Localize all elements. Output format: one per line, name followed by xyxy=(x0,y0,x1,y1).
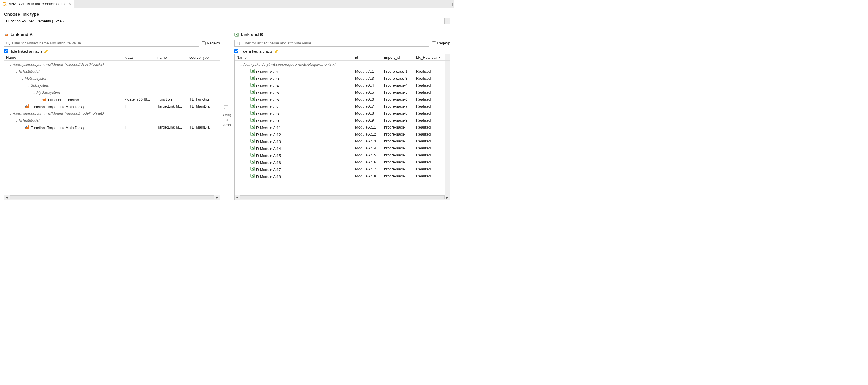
hide-linked-checkbox[interactable] xyxy=(235,49,239,53)
excel-icon xyxy=(250,90,255,94)
maximize-icon[interactable] xyxy=(449,2,453,6)
tree-row[interactable]: ⌄/com.yakindu.yt.mt.mv/Modell_Yakindu/mo… xyxy=(4,109,220,117)
window-controls xyxy=(444,2,454,6)
tree-row[interactable]: R Module A:9Module A:9hrcore-sads-9Reali… xyxy=(235,117,444,124)
tree-row[interactable]: ⌄/com.yakindu.yt.mt.spec/requirements/Re… xyxy=(235,61,444,68)
scroll-right-icon[interactable]: ► xyxy=(444,196,450,199)
pane-b-regexp-check[interactable]: Regexp xyxy=(432,41,450,45)
pane-a: Link end A Regexp Hide linked artifacts xyxy=(4,32,220,200)
tree-row[interactable]: R Module A:15Module A:15hrcore-sads-...R… xyxy=(235,152,444,158)
drag-label-1: Drag xyxy=(223,113,231,117)
pane-b-tree: Name id import_id LK_Realisati▲ ⌄/com.ya… xyxy=(235,54,450,200)
hide-linked-checkbox[interactable] xyxy=(4,49,8,53)
pane-b-header: Link end B xyxy=(235,32,450,37)
drag-drop-area[interactable]: Drag & drop xyxy=(220,32,235,200)
tree-row[interactable]: R Module A:4Module A:4hrcore-sads-4Reali… xyxy=(235,82,444,89)
excel-icon xyxy=(250,173,255,178)
tree-row[interactable]: ⌄MySubsystem xyxy=(4,89,220,96)
pane-b-hide-check[interactable]: Hide linked artifacts xyxy=(235,49,273,54)
tree-row[interactable]: Function_Function{'date',73048...Functio… xyxy=(4,96,220,103)
pane-b-hscroll[interactable]: ◄ ► xyxy=(235,195,450,200)
tree-row[interactable]: R Module A:5Module A:5hrcore-sads-5Reali… xyxy=(235,89,444,96)
expand-icon[interactable]: ⌄ xyxy=(26,84,31,88)
col-name[interactable]: Name xyxy=(235,54,353,61)
pencil-icon[interactable] xyxy=(44,49,49,54)
tree-label: R Module A:11 xyxy=(256,126,281,130)
tree-row[interactable]: R Module A:12Module A:12hrcore-sads-...R… xyxy=(235,131,444,137)
editor-tab[interactable]: ANALYZE Bulk link creation editor ✕ xyxy=(0,0,74,8)
minimize-icon[interactable] xyxy=(444,2,448,6)
chevron-down-icon[interactable]: ⌄ xyxy=(444,18,450,25)
scroll-left-icon[interactable]: ◄ xyxy=(4,196,9,199)
tree-row[interactable]: R Module A:11Module A:11hrcore-sads-...R… xyxy=(235,124,444,131)
col-id[interactable]: id xyxy=(353,54,382,61)
col-lk[interactable]: LK_Realisati▲ xyxy=(414,54,444,61)
expand-icon[interactable]: ⌄ xyxy=(8,111,13,116)
tree-row[interactable]: Function_TargetLink Main Dialog[]TargetL… xyxy=(4,124,220,131)
search-icon xyxy=(237,41,241,45)
expand-icon[interactable]: ⌄ xyxy=(14,118,19,122)
scroll-track[interactable] xyxy=(240,195,444,199)
scroll-left-icon[interactable]: ◄ xyxy=(235,196,240,199)
col-data[interactable]: data xyxy=(124,54,156,61)
close-icon[interactable]: ✕ xyxy=(69,2,71,6)
tree-label: /com.yakindu.yt.mt.mv/Modell_Yakindu/mod… xyxy=(13,111,104,116)
regexp-label: Regexp xyxy=(437,41,450,45)
pane-b-filter-input[interactable] xyxy=(235,40,429,46)
pane-a-title: Link end A xyxy=(10,32,33,37)
hide-linked-label: Hide linked artifacts xyxy=(240,49,273,54)
expand-icon[interactable]: ⌄ xyxy=(8,63,13,67)
tree-row[interactable]: ⌄/com.yakindu.yt.mt.mv/Modell_Yakindu/Id… xyxy=(4,61,220,68)
pane-b-tree-body[interactable]: ⌄/com.yakindu.yt.mt.spec/requirements/Re… xyxy=(235,61,444,195)
tree-label: Function_Function xyxy=(48,98,79,102)
regexp-checkbox[interactable] xyxy=(202,41,206,45)
tree-row[interactable]: R Module A:3Module A:3hrcore-sads-3Reali… xyxy=(235,75,444,82)
excel-icon xyxy=(250,152,255,157)
col-name2[interactable]: name xyxy=(156,54,188,61)
expand-icon[interactable]: ⌄ xyxy=(239,63,243,67)
col-sourcetype[interactable]: sourceType xyxy=(188,54,220,61)
tree-label: R Module A:1 xyxy=(256,70,279,74)
tree-row[interactable]: Function_TargetLink Main Dialog[]TargetL… xyxy=(4,103,220,109)
link-type-select[interactable] xyxy=(4,18,450,25)
tree-row[interactable]: R Module A:18Module A:18hrcore-sads-...R… xyxy=(235,172,444,180)
tree-label: R Module A:12 xyxy=(256,133,281,137)
col-importid[interactable]: import_id xyxy=(382,54,414,61)
pane-a-regexp-check[interactable]: Regexp xyxy=(202,41,220,45)
pencil-icon[interactable] xyxy=(274,49,279,54)
pane-a-tree-body[interactable]: ⌄/com.yakindu.yt.mt.mv/Modell_Yakindu/Id… xyxy=(4,61,220,195)
tree-row[interactable]: R Module A:6Module A:6hrcore-sads-6Reali… xyxy=(235,96,444,103)
expand-icon[interactable]: ⌄ xyxy=(14,69,19,73)
pane-a-hide-check[interactable]: Hide linked artifacts xyxy=(4,49,42,54)
pane-a-hscroll[interactable]: ◄ ► xyxy=(4,195,220,200)
pane-b-filter-row: Regexp xyxy=(235,40,450,46)
tree-row[interactable]: R Module A:17Module A:17hrcore-sads-...R… xyxy=(235,165,444,172)
tree-row[interactable]: ⌄IdTestModel xyxy=(4,117,220,124)
tree-row[interactable]: R Module A:13Module A:13hrcore-sads-...R… xyxy=(235,137,444,145)
tree-row[interactable]: R Module A:8Module A:8hrcore-sads-8Reali… xyxy=(235,109,444,117)
scroll-track[interactable] xyxy=(9,195,214,199)
tree-row[interactable]: ⌄IdTestModel xyxy=(4,68,220,75)
expand-icon[interactable]: ⌄ xyxy=(32,90,36,95)
excel-icon xyxy=(250,138,255,143)
regexp-checkbox[interactable] xyxy=(432,41,436,45)
tree-row[interactable]: ⌄MySubsystem xyxy=(4,75,220,82)
tab-title: ANALYZE Bulk link creation editor xyxy=(9,2,66,6)
scroll-right-icon[interactable]: ► xyxy=(214,196,220,199)
excel-icon xyxy=(235,32,239,37)
tree-label: Function_TargetLink Main Dialog xyxy=(31,126,86,130)
tree-label: R Module A:7 xyxy=(256,105,279,109)
regexp-label: Regexp xyxy=(207,41,220,45)
drag-label-3: drop xyxy=(223,123,231,127)
tree-row[interactable]: R Module A:7Module A:7hrcore-sads-7Reali… xyxy=(235,103,444,109)
pane-b-vscroll[interactable] xyxy=(444,61,450,195)
col-name[interactable]: Name xyxy=(4,54,124,61)
tree-row[interactable]: R Module A:16Module A:16hrcore-sads-...R… xyxy=(235,158,444,165)
expand-icon[interactable]: ⌄ xyxy=(20,76,25,81)
tree-row[interactable]: ⌄Subsystem xyxy=(4,82,220,89)
pane-a-filter-input[interactable] xyxy=(4,40,199,46)
search-icon xyxy=(6,41,10,45)
pane-a-hide-row: Hide linked artifacts xyxy=(4,49,220,54)
tree-row[interactable]: R Module A:1Module A:1hrcore-sads-1Reali… xyxy=(235,68,444,75)
tree-row[interactable]: R Module A:14Module A:14hrcore-sads-...R… xyxy=(235,145,444,152)
